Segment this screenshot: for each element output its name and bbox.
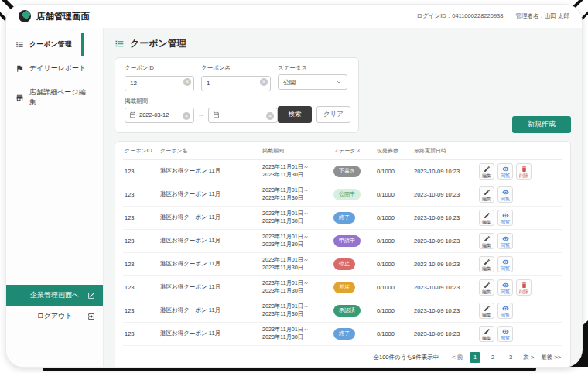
brand: 店舗管理画面 xyxy=(19,10,90,22)
page-title: クーポン管理 xyxy=(130,37,186,50)
cell-coupon-name: 港区お得クーポン 11月 xyxy=(159,299,261,322)
view-button[interactable]: 閲覧 xyxy=(497,303,513,319)
cell-updated-at: 2023-10-09 10:23 xyxy=(412,299,477,322)
delete-button[interactable]: 削除 xyxy=(516,279,532,296)
create-new-button[interactable]: 新規作成 xyxy=(512,116,571,133)
sidebar-item[interactable]: 店舗詳細ページ編集 xyxy=(6,80,103,115)
sidebar-item[interactable]: クーポン管理 xyxy=(6,33,84,56)
edit-icon xyxy=(484,235,491,242)
view-button[interactable]: 閲覧 xyxy=(497,326,513,342)
status-label: ステータス xyxy=(278,64,347,72)
backdrop-bottom-bar xyxy=(43,366,536,371)
edit-button[interactable]: 編集 xyxy=(479,279,494,296)
view-button[interactable]: 閲覧 xyxy=(497,163,513,180)
cell-coupon-id: 123 xyxy=(123,275,159,299)
sidebar-item-label: 店舗詳細ページ編集 xyxy=(29,87,91,108)
admin-name: 管理者名：山田 太郎 xyxy=(515,12,569,20)
cell-coupon-id: 123 xyxy=(123,322,159,345)
pagination-page-1[interactable]: 1 xyxy=(470,352,480,363)
cell-coupon-name: 港区お得クーポン 11月 xyxy=(159,206,261,229)
page-title-row: クーポン管理 xyxy=(115,37,571,50)
cell-updated-at: 2023-10-09 10:23 xyxy=(412,229,477,252)
view-button[interactable]: 閲覧 xyxy=(497,210,513,226)
view-button[interactable]: 閲覧 xyxy=(497,186,513,203)
edit-button[interactable]: 編集 xyxy=(479,233,494,249)
clear-button[interactable]: クリア xyxy=(316,106,350,123)
pagination-next[interactable]: 次 > xyxy=(523,354,534,361)
pagination-page-3[interactable]: 3 xyxy=(505,352,516,363)
coupon-id-field: クーポンID × xyxy=(125,64,194,91)
edit-button[interactable]: 編集 xyxy=(479,326,494,342)
status-badge: 下書き xyxy=(333,166,361,177)
clear-icon[interactable]: × xyxy=(183,78,191,86)
clear-icon[interactable]: × xyxy=(266,112,274,120)
edit-button[interactable]: 編集 xyxy=(479,256,494,272)
edit-button[interactable]: 編集 xyxy=(479,303,494,319)
corporate-screen-button[interactable]: 企業管理画面へ xyxy=(6,285,103,306)
edit-icon xyxy=(484,189,491,196)
sidebar-item-label: クーポン管理 xyxy=(29,39,72,50)
corporate-screen-label: 企業管理画面へ xyxy=(30,290,79,300)
cell-actions: 編集閲覧削除 xyxy=(477,159,562,183)
sidebar-item[interactable]: デイリーレポート xyxy=(6,56,97,80)
app-title: 店舗管理画面 xyxy=(36,11,90,22)
view-icon xyxy=(502,212,509,219)
view-button[interactable]: 閲覧 xyxy=(497,279,513,296)
cell-status: 終了 xyxy=(332,322,375,345)
status-select[interactable]: 公開 xyxy=(278,74,347,90)
cell-status: 申請中 xyxy=(332,229,375,252)
app-window: 店舗管理画面 ログインID：0411000228220938 管理者名：山田 太… xyxy=(6,5,582,367)
coupon-id-label: クーポンID xyxy=(125,64,194,72)
column-header: クーポンID xyxy=(123,142,159,160)
cell-period: 2023年11月01日～2023年11月30日 xyxy=(261,206,332,229)
edit-button[interactable]: 編集 xyxy=(479,163,494,180)
cell-coupon-id: 123 xyxy=(123,252,159,275)
cell-issued-count: 0/1000 xyxy=(375,252,412,275)
clear-icon[interactable]: × xyxy=(260,78,268,86)
column-header: クーポン名 xyxy=(159,142,261,160)
pagination-last[interactable]: 最後 >> xyxy=(541,354,561,361)
column-header: 最終更新日時 xyxy=(412,142,477,160)
cell-coupon-id: 123 xyxy=(123,206,159,229)
view-icon xyxy=(502,305,509,312)
view-button[interactable]: 閲覧 xyxy=(497,233,513,249)
layout: クーポン管理デイリーレポート店舗詳細ページ編集 企業管理画面へ ログアウト xyxy=(6,28,582,367)
period-to-input[interactable]: × xyxy=(208,108,278,123)
pagination-prev[interactable]: < 前 xyxy=(452,354,463,361)
status-badge: 停止 xyxy=(333,258,355,270)
period-from-input[interactable]: 2022-03-12 × xyxy=(125,108,194,123)
period-from-value: 2022-03-12 xyxy=(139,111,182,118)
status-badge: 公開中 xyxy=(333,189,361,200)
column-header: 掲載期間 xyxy=(261,142,332,160)
view-icon xyxy=(502,328,509,335)
cell-period: 2023年11月01日～2023年11月30日 xyxy=(261,183,332,206)
clear-icon[interactable]: × xyxy=(183,112,190,120)
coupon-name-label: クーポン名 xyxy=(201,64,271,72)
logout-button[interactable]: ログアウト xyxy=(6,306,103,327)
table-row: 123港区お得クーポン 11月2023年11月01日～2023年11月30日終了… xyxy=(123,322,562,345)
pagination: 全100件のうち8件表示中< 前123次 >最後 >> xyxy=(123,346,562,367)
table-row: 123港区お得クーポン 11月2023年11月01日～2023年11月30日下書… xyxy=(123,159,562,183)
view-button[interactable]: 閲覧 xyxy=(497,256,513,272)
logout-label: ログアウト xyxy=(36,311,72,321)
external-link-icon xyxy=(87,292,95,299)
table-row: 123港区お得クーポン 11月2023年11月01日～2023年11月30日停止… xyxy=(123,252,562,275)
topbar: 店舗管理画面 ログインID：0411000228220938 管理者名：山田 太… xyxy=(6,5,582,28)
cell-coupon-name: 港区お得クーポン 11月 xyxy=(159,183,261,206)
cell-actions: 編集閲覧 xyxy=(477,229,562,252)
cell-coupon-id: 123 xyxy=(123,159,159,183)
edit-button[interactable]: 編集 xyxy=(479,210,494,226)
cell-issued-count: 0/1000 xyxy=(375,206,412,229)
status-badge: 申請中 xyxy=(333,235,361,247)
edit-button[interactable]: 編集 xyxy=(479,186,494,203)
sidebar: クーポン管理デイリーレポート店舗詳細ページ編集 企業管理画面へ ログアウト xyxy=(6,28,104,367)
search-button[interactable]: 検索 xyxy=(278,106,312,123)
cell-status: 公開中 xyxy=(332,183,375,206)
coupon-table-card: クーポンIDクーポン名掲載期間ステータス現発券数最終更新日時 123港区お得クー… xyxy=(115,141,571,368)
calendar-icon xyxy=(213,111,220,118)
delete-button[interactable]: 削除 xyxy=(516,163,532,180)
pagination-page-2[interactable]: 2 xyxy=(487,352,498,363)
sidebar-spacer xyxy=(6,115,103,285)
table-header-row: クーポンIDクーポン名掲載期間ステータス現発券数最終更新日時 xyxy=(123,142,562,160)
cell-status: 下書き xyxy=(332,159,375,183)
